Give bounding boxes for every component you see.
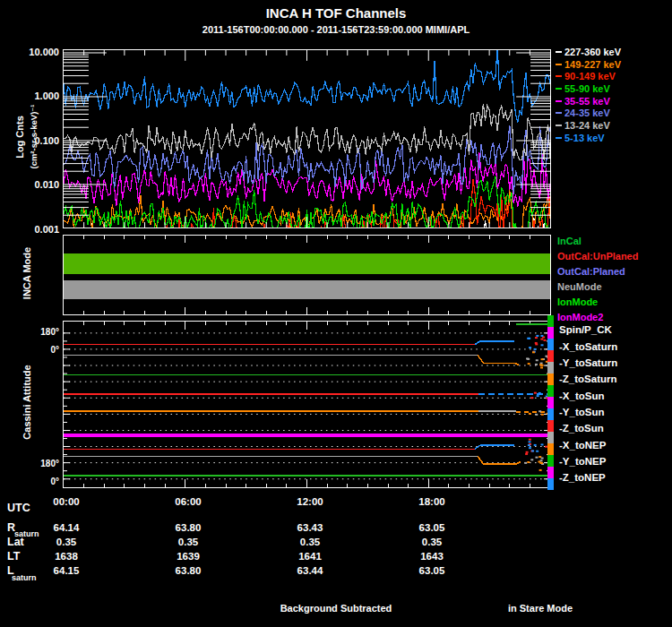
eph-value: 63.44	[281, 565, 339, 576]
strip-segment	[547, 327, 554, 339]
utc-axis-label: UTC	[7, 502, 30, 514]
legend-tick	[556, 75, 562, 77]
strip-segment	[547, 408, 554, 420]
inca-mode-panel	[63, 235, 551, 315]
strip-segment	[547, 350, 554, 362]
attitude-scatter-dot	[536, 359, 538, 361]
legend-label: -Y_toSaturn	[559, 357, 617, 368]
attitude-scatter-dot	[541, 458, 544, 460]
attitude-scatter-dot	[535, 342, 538, 344]
attitude-scatter-dot	[528, 363, 530, 365]
attitude-tail-0	[475, 341, 515, 345]
attitude-scatter-dot	[531, 450, 534, 451]
legend-label: -Z_toSaturn	[559, 374, 617, 384]
attitude-y-tick-3: 0°	[16, 477, 59, 486]
attitude-scatter-dot	[534, 444, 537, 446]
tof-y-tick-1.000: 1.000	[11, 90, 59, 101]
attitude-tail-1	[478, 356, 519, 365]
attitude-scatter-dot	[541, 443, 544, 445]
legend-label: -Y_toSun	[559, 407, 604, 417]
legend-tick	[556, 64, 562, 65]
attitude-y-tick-2: 180°	[16, 459, 59, 468]
series-13-24-kev	[64, 104, 550, 161]
tof-channels-legend: 227-360 keV149-227 keV90-149 keV55-90 ke…	[556, 46, 621, 144]
eph-value: 63.05	[403, 522, 461, 533]
attitude-scatter-dot	[530, 397, 533, 399]
strip-segment	[547, 315, 554, 327]
tof-channels-plot	[64, 50, 550, 228]
attitude-scatter-dot	[538, 392, 541, 394]
legend-item--x-tosun: -X_toSun	[559, 387, 617, 403]
legend-item--z-tosaturn: -Z_toSaturn	[559, 371, 617, 387]
row-label-lat: Lat	[7, 536, 24, 548]
legend-item-24-35-kev: 24-35 keV	[556, 107, 621, 119]
legend-label: 149-227 keV	[564, 59, 621, 70]
legend-tick	[556, 125, 562, 126]
eph-value: 1643	[403, 551, 461, 562]
legend-item-35-55-kev: 35-55 keV	[556, 95, 621, 107]
attitude-scatter-dot	[524, 462, 527, 464]
attitude-scatter-dot	[525, 453, 528, 455]
attitude-scatter-dot	[534, 392, 537, 394]
attitude-scatter-dot	[540, 335, 543, 337]
utc-tick-12:00: 12:00	[281, 496, 339, 507]
strip-segment	[547, 362, 554, 374]
eph-value: 0.35	[159, 537, 217, 547]
legend-item--x-tosaturn: -X_toSaturn	[559, 338, 617, 354]
inca-mode-plot	[64, 236, 550, 314]
legend-item-ionmode: IonMode	[557, 295, 638, 310]
attitude-scatter-dot	[538, 410, 541, 412]
tof-y-tick-0.010: 0.010	[11, 179, 59, 190]
attitude-scatter-dot	[540, 462, 543, 464]
eph-value: 64.14	[38, 522, 95, 533]
tof-channels-panel	[63, 49, 551, 228]
attitude-scatter-dot	[535, 337, 538, 339]
legend-label: OutCal:UnPlaned	[557, 251, 638, 262]
legend-item--y-tosun: -Y_toSun	[559, 404, 617, 420]
legend-label: -Z_toSun	[559, 423, 604, 434]
attitude-scatter-dot	[540, 366, 543, 368]
strip-segment	[547, 455, 554, 467]
eph-value: 0.35	[38, 537, 95, 547]
cassini-attitude-plot	[64, 322, 550, 487]
attitude-scatter-dot	[535, 457, 538, 459]
attitude-scatter-dot	[527, 338, 530, 339]
attitude-scatter-dot	[540, 460, 543, 461]
strip-segment	[547, 443, 554, 455]
legend-tick	[556, 88, 562, 90]
inca-mode-legend: InCalOutCal:UnPlanedOutCal:PlanedNeuMode…	[557, 234, 638, 324]
attitude-scatter-dot	[528, 441, 530, 442]
attitude-scatter-dot	[529, 347, 531, 348]
attitude-scatter-dot	[536, 335, 538, 337]
tof-y-tick-10.000: 10.000	[11, 47, 59, 57]
legend-item--y-tosaturn: -Y_toSaturn	[559, 355, 617, 371]
strip-segment	[547, 339, 554, 350]
attitude-scatter-dot	[526, 451, 529, 453]
legend-item-55-90-kev: 55-90 keV	[556, 82, 621, 95]
tof-y-tick-0.100: 0.100	[11, 135, 59, 146]
strip-segment	[547, 432, 554, 443]
utc-tick-00:00: 00:00	[38, 496, 95, 507]
plot-screen: INCA H TOF Channels 2011-156T00:00:00.00…	[0, 0, 672, 627]
strip-segment	[547, 420, 554, 432]
attitude-scatter-dot	[540, 339, 543, 340]
attitude-scatter-dot	[526, 357, 529, 359]
strip-segment	[547, 374, 554, 385]
legend-tick	[556, 51, 562, 53]
attitude-scatter-dot	[534, 348, 537, 350]
legend-label: -X_toSun	[559, 391, 604, 401]
attitude-tail-5	[475, 445, 515, 450]
legend-label: 227-360 keV	[564, 47, 621, 57]
legend-label: 24-35 keV	[564, 107, 610, 118]
attitude-scatter-dot	[530, 459, 533, 460]
footer-stare-mode: in Stare Mode	[482, 603, 599, 614]
eph-value: 1639	[159, 551, 217, 562]
legend-label: NeuMode	[557, 281, 602, 292]
legend-item--z-tosun: -Z_toSun	[559, 420, 617, 436]
legend-label: 90-149 keV	[564, 71, 616, 82]
eph-value: 1641	[281, 551, 339, 562]
legend-item-5-13-kev: 5-13 keV	[556, 132, 621, 144]
eph-value: 64.15	[38, 565, 95, 576]
strip-segment	[547, 467, 554, 478]
attitude-scatter-dot	[539, 469, 542, 471]
